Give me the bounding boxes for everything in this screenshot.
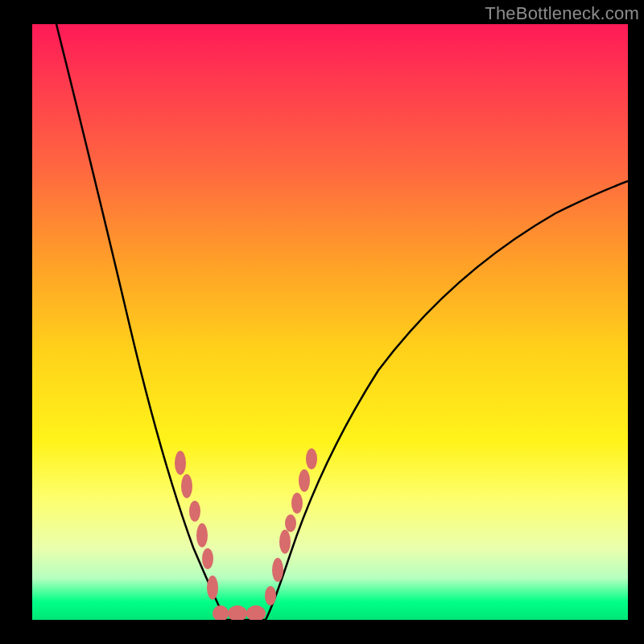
marker	[246, 605, 266, 620]
marker	[279, 530, 291, 554]
marker	[299, 469, 310, 492]
marker	[272, 558, 283, 582]
marker	[189, 501, 200, 522]
marker	[181, 474, 192, 498]
marker	[291, 493, 303, 514]
marker	[228, 605, 247, 620]
marker	[207, 576, 218, 600]
chart-svg	[32, 24, 628, 620]
chart-frame: TheBottleneck.com	[0, 0, 644, 644]
markers-group	[175, 448, 317, 620]
marker	[285, 514, 296, 532]
marker	[213, 605, 229, 620]
marker	[196, 523, 208, 547]
marker	[175, 451, 186, 475]
marker	[306, 448, 317, 469]
marker	[202, 548, 213, 569]
watermark-text: TheBottleneck.com	[485, 3, 639, 24]
plot-area	[32, 24, 628, 620]
curve-right	[266, 181, 628, 620]
marker	[265, 586, 276, 605]
